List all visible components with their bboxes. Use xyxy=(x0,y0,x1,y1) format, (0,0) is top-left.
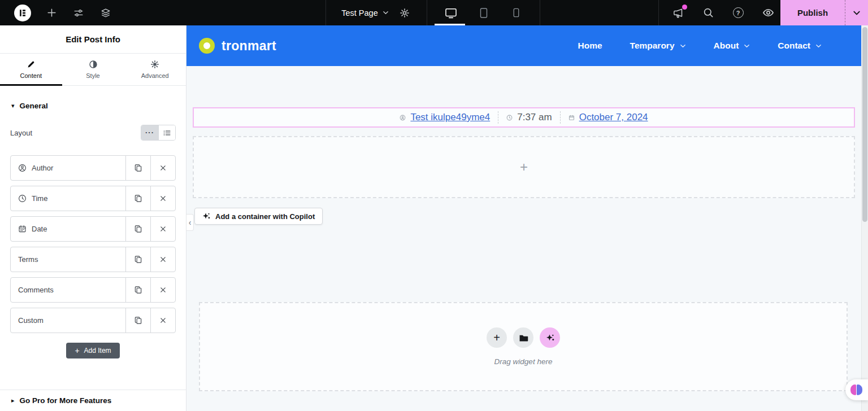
drag-widget-hint: Drag widget here xyxy=(494,357,553,366)
repeater-item-author[interactable]: Author xyxy=(10,155,176,181)
contrast-icon xyxy=(89,60,98,69)
empty-section-dropzone[interactable]: + Drag widget here xyxy=(199,302,848,391)
chevron-down-icon xyxy=(383,10,389,16)
plus-icon: + xyxy=(75,346,79,355)
list-icon xyxy=(163,129,171,137)
copy-icon xyxy=(134,194,142,203)
copy-icon xyxy=(134,316,142,325)
mobile-preview-icon[interactable] xyxy=(510,6,523,20)
duplicate-item-button[interactable] xyxy=(125,156,150,180)
layout-list-option[interactable] xyxy=(158,125,175,140)
nav-item-about[interactable]: About xyxy=(714,41,750,51)
repeater-item-custom[interactable]: Custom xyxy=(10,308,176,333)
desktop-preview-icon[interactable] xyxy=(444,6,458,20)
pencil-icon xyxy=(27,60,36,69)
publish-options-button[interactable] xyxy=(845,0,868,25)
go-pro-section-toggle[interactable]: ▸ Go Pro for More Features xyxy=(0,390,186,411)
duplicate-item-button[interactable] xyxy=(125,217,150,241)
item-label: Date xyxy=(32,225,47,233)
site-settings-sliders-icon[interactable] xyxy=(72,6,85,20)
clock-icon xyxy=(18,194,27,203)
time-text: 7:37 am xyxy=(517,112,552,123)
top-bar-divider xyxy=(540,0,540,25)
editor-canvas: tronmart Home Temparory About Contact xyxy=(186,25,868,411)
site-nav: Home Temparory About Contact xyxy=(578,41,822,51)
help-icon[interactable]: ? xyxy=(731,6,745,20)
tab-advanced[interactable]: Advanced xyxy=(124,54,186,85)
structure-layers-icon[interactable] xyxy=(99,6,112,20)
section-title: General xyxy=(20,102,48,110)
remove-item-button[interactable] xyxy=(150,247,175,272)
remove-item-button[interactable] xyxy=(150,217,175,241)
chevron-down-icon xyxy=(853,9,861,17)
author-link[interactable]: Test ikulpe49yme4 xyxy=(410,112,490,123)
post-info-widget-selected[interactable]: Test ikulpe49yme4 7:37 am October 7, 202… xyxy=(193,107,855,128)
repeater-item-date[interactable]: Date xyxy=(10,216,176,242)
go-pro-label: Go Pro for More Features xyxy=(20,396,112,405)
tab-label: Content xyxy=(20,72,42,79)
duplicate-item-button[interactable] xyxy=(125,247,150,272)
caret-right-icon: ▸ xyxy=(11,397,15,404)
page-settings-gear-icon[interactable] xyxy=(398,6,411,20)
remove-item-button[interactable] xyxy=(150,308,175,333)
post-info-date: October 7, 2024 xyxy=(568,112,648,123)
section-general-toggle[interactable]: ▾ General xyxy=(11,102,175,110)
remove-item-button[interactable] xyxy=(150,278,175,302)
copy-icon xyxy=(134,164,142,172)
elementor-logo-icon xyxy=(18,8,27,18)
nav-item-contact[interactable]: Contact xyxy=(778,41,822,51)
panel-collapse-handle[interactable]: ‹ xyxy=(186,214,194,231)
date-link[interactable]: October 7, 2024 xyxy=(579,112,648,123)
site-logo[interactable]: tronmart xyxy=(199,38,276,54)
add-item-row: + Add Item xyxy=(10,343,176,358)
item-label: Author xyxy=(32,164,53,172)
ai-builder-button[interactable] xyxy=(540,327,560,348)
editor-top-bar: Test Page xyxy=(0,0,868,25)
logo-ring-icon xyxy=(199,38,215,54)
canvas-scrollbar[interactable] xyxy=(861,25,868,411)
whats-new-megaphone-icon[interactable] xyxy=(671,6,685,20)
close-icon xyxy=(159,317,167,324)
add-widget-plus-icon[interactable]: + xyxy=(520,159,528,175)
preview-eye-icon[interactable] xyxy=(761,6,775,20)
nav-item-home[interactable]: Home xyxy=(578,41,602,51)
layout-inline-option[interactable]: ··· xyxy=(141,125,158,140)
duplicate-item-button[interactable] xyxy=(125,278,150,302)
elementor-logo[interactable] xyxy=(14,5,31,21)
copy-icon xyxy=(134,286,142,294)
add-container-copilot-button[interactable]: Add a container with Copilot xyxy=(194,208,323,225)
template-library-button[interactable] xyxy=(513,327,533,348)
page-selector[interactable]: Test Page xyxy=(341,8,389,18)
finder-search-icon[interactable] xyxy=(701,6,715,20)
tab-style[interactable]: Style xyxy=(62,54,124,85)
repeater-item-terms[interactable]: Terms xyxy=(10,247,176,272)
add-item-button[interactable]: + Add Item xyxy=(66,343,119,358)
item-label: Terms xyxy=(18,255,38,264)
nav-item-temparory[interactable]: Temparory xyxy=(630,41,686,51)
panel-tabs: Content Style Advanced xyxy=(0,54,186,86)
remove-item-button[interactable] xyxy=(150,156,175,180)
page-controls: Test Page xyxy=(326,0,427,25)
empty-container[interactable]: + xyxy=(193,136,855,198)
repeater-item-time[interactable]: Time xyxy=(10,186,176,211)
publish-button[interactable]: Publish xyxy=(780,0,868,25)
remove-item-button[interactable] xyxy=(150,186,175,211)
repeater-item-comments[interactable]: Comments xyxy=(10,277,176,303)
duplicate-item-button[interactable] xyxy=(125,186,150,211)
publish-label[interactable]: Publish xyxy=(780,0,845,25)
brain-icon xyxy=(850,384,862,395)
chevron-down-icon xyxy=(680,43,686,49)
post-info-items-repeater: Author Time xyxy=(10,155,176,333)
tablet-preview-icon[interactable] xyxy=(477,6,491,20)
panel-body: ▾ General Layout ··· xyxy=(0,86,186,390)
add-element-button[interactable]: + xyxy=(487,327,507,348)
scrollbar-thumb[interactable] xyxy=(862,27,867,222)
tab-content[interactable]: Content xyxy=(0,54,62,85)
user-icon xyxy=(18,164,27,172)
plus-icon: + xyxy=(493,332,500,343)
widget-settings-panel: Edit Post Info Content Style Advanced xyxy=(0,25,186,411)
duplicate-item-button[interactable] xyxy=(125,308,150,333)
accessibility-widget-button[interactable] xyxy=(845,379,868,400)
add-element-icon[interactable] xyxy=(45,6,58,20)
notification-dot xyxy=(682,5,687,10)
